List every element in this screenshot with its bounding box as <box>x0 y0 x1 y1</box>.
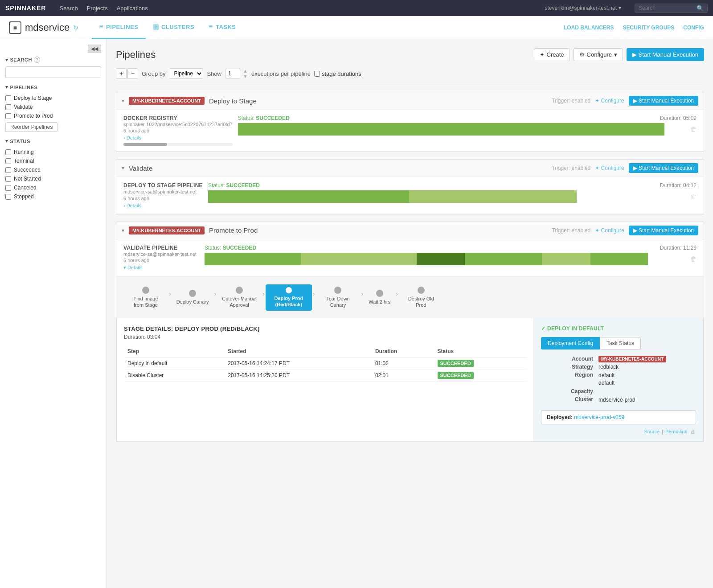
validate-execution: DEPLOY TO STAGE PIPELINE mdservice-sa@sp… <box>116 177 704 214</box>
status-section-title[interactable]: ▾ STATUS <box>5 138 101 144</box>
promote-start-exec-link[interactable]: ▶ Start Manual Execution <box>629 226 698 235</box>
stage-node-destroy[interactable]: Destroy Old Prod <box>399 284 443 311</box>
nav-search[interactable]: Search <box>59 5 78 12</box>
pipeline-filter-validate-checkbox[interactable] <box>5 104 11 110</box>
refresh-icon[interactable]: ↻ <box>73 24 78 31</box>
validate-configure-link[interactable]: ✦ Configure <box>595 165 624 171</box>
tab-deployment-config[interactable]: Deployment Config <box>541 337 600 350</box>
status-succeeded-checkbox[interactable] <box>5 167 11 173</box>
top-search-box[interactable]: 🔍 <box>635 4 708 13</box>
stage-item-deploy-prod: Deploy Prod (Red/Black) › <box>266 284 316 311</box>
status-running-checkbox[interactable] <box>5 149 11 155</box>
search-section-title[interactable]: ▾ SEARCH ? <box>5 57 101 63</box>
status-filter-running[interactable]: Running <box>5 148 101 156</box>
start-manual-execution-button[interactable]: ▶ Start Manual Execution <box>627 48 704 61</box>
stage-item-find-image: Find Image from Stage › <box>123 284 172 311</box>
user-menu[interactable]: stevenkim@spinnaker-test.net ▾ <box>545 5 621 11</box>
pipelines-chevron-icon: ▾ <box>5 84 8 90</box>
deploy-exec-info: DOCKER REGISTRY spinnaker-1022/mdservice… <box>123 115 233 146</box>
status-filter-succeeded[interactable]: Succeeded <box>5 165 101 174</box>
stage-item-wait: Wait 2 hrs › <box>364 287 399 308</box>
configure-button[interactable]: ⚙ Configure ▾ <box>574 48 623 61</box>
nav-applications[interactable]: Applications <box>117 5 148 12</box>
status-filter-not-started[interactable]: Not Started <box>5 174 101 183</box>
promote-status-value: SUCCEEDED <box>223 245 256 251</box>
config-tabs: Deployment Config Task Status <box>541 337 696 350</box>
pipeline-filter-validate[interactable]: Validate <box>5 103 101 111</box>
sidebar-collapse-button[interactable]: ◀◀ <box>88 45 101 53</box>
pipeline-filter-promote-checkbox[interactable] <box>5 113 11 119</box>
create-button[interactable]: ✦ Create <box>534 48 570 61</box>
load-balancers-link[interactable]: LOAD BALANCERS <box>564 25 614 31</box>
nav-tasks[interactable]: ≡ TASKS <box>201 16 243 39</box>
remove-filter-button[interactable]: − <box>127 68 138 79</box>
stage-node-deploy-prod[interactable]: Deploy Prod (Red/Black) <box>266 284 312 311</box>
stage-label-find-image: Find Image from Stage <box>128 296 164 308</box>
deploy-exec-delete-icon[interactable]: 🗑 <box>690 126 697 133</box>
deploy-in-default-title: ✓ DEPLOY IN DEFAULT <box>541 325 696 332</box>
stage-node-wait[interactable]: Wait 2 hrs <box>364 287 395 308</box>
validate-chevron-icon[interactable]: ▾ <box>122 165 124 171</box>
stage-node-deploy-canary[interactable]: Deploy Canary <box>172 287 213 308</box>
pipelines-section-title[interactable]: ▾ PIPELINES <box>5 84 101 90</box>
source-link[interactable]: Source <box>644 429 660 434</box>
printer-icon[interactable]: 🖨 <box>690 429 695 434</box>
deploy-configure-link[interactable]: ✦ Configure <box>595 98 624 104</box>
promote-exec-delete-icon[interactable]: 🗑 <box>690 255 697 263</box>
promote-exec-details-link[interactable]: ▾ Details <box>123 265 199 271</box>
stage-circle-wait <box>376 290 383 297</box>
stage-node-cutover[interactable]: Cutover Manual Approval <box>217 284 262 311</box>
top-search-input[interactable] <box>639 5 697 11</box>
group-by-select[interactable]: Pipeline <box>169 68 203 79</box>
status-not-started-label: Not Started <box>14 176 41 182</box>
add-filter-button[interactable]: + <box>116 68 127 79</box>
pipeline-filter-promote[interactable]: Promote to Prod <box>5 111 101 120</box>
deploy-exec-meta: DOCKER REGISTRY spinnaker-1022/mdservice… <box>123 115 697 146</box>
stage-node-find-image[interactable]: Find Image from Stage <box>123 284 168 311</box>
promote-chevron-icon[interactable]: ▾ <box>122 227 124 234</box>
config-link[interactable]: CONFIG <box>683 25 704 31</box>
promote-exec-bar-row: 🗑 <box>205 253 697 265</box>
stage-durations-checkbox[interactable] <box>314 71 320 77</box>
validate-exec-delete-icon[interactable]: 🗑 <box>690 193 697 200</box>
status-filter-canceled[interactable]: Canceled <box>5 183 101 192</box>
deployed-label: Deployed: <box>547 414 573 420</box>
tasks-icon: ≡ <box>209 23 213 31</box>
nav-clusters[interactable]: ⊞ CLUSTERS <box>146 16 202 39</box>
sidebar-search-input[interactable] <box>5 66 101 78</box>
show-count-input[interactable]: 1 <box>225 69 241 78</box>
nav-pipelines[interactable]: ≡ PIPELINES <box>92 16 145 39</box>
account-label: Account <box>541 356 593 362</box>
pipeline-group-promote: ▾ MY-KUBERNETES-ACCOUNT Promote to Prod … <box>116 222 704 442</box>
stage-node-tear-down[interactable]: Tear Down Canary <box>316 284 360 311</box>
status-stopped-checkbox[interactable] <box>5 194 11 200</box>
reorder-pipelines-button[interactable]: Reorder Pipelines <box>5 122 57 132</box>
security-groups-link[interactable]: SECURITY GROUPS <box>623 25 675 31</box>
status-canceled-checkbox[interactable] <box>5 185 11 191</box>
permalink-link[interactable]: Permalink <box>665 429 687 434</box>
deploy-exec-details-link[interactable]: › Details <box>123 135 233 140</box>
deploy-to-stage-chevron-icon[interactable]: ▾ <box>122 98 124 104</box>
search-section: ▾ SEARCH ? <box>5 57 101 78</box>
pipeline-filter-promote-label: Promote to Prod <box>14 113 53 119</box>
deploy-start-exec-link[interactable]: ▶ Start Manual Execution <box>629 96 698 106</box>
stage-label-wait: Wait 2 hrs <box>369 299 390 305</box>
tab-task-status[interactable]: Task Status <box>600 337 641 350</box>
page-title: Pipelines <box>116 49 534 61</box>
deployed-link[interactable]: mdservice-prod-v059 <box>574 414 624 420</box>
validate-exec-source: mdservice-sa@spinnaker-test.net <box>123 189 203 195</box>
validate-start-exec-link[interactable]: ▶ Start Manual Execution <box>629 163 698 173</box>
status-terminal-checkbox[interactable] <box>5 158 11 164</box>
pipeline-filter-deploy[interactable]: Deploy to Stage <box>5 94 101 103</box>
nav-projects[interactable]: Projects <box>87 5 108 12</box>
table-row: Deploy in default 2017-05-16 14:24:17 PD… <box>124 357 526 369</box>
pipeline-filter-deploy-checkbox[interactable] <box>5 95 11 101</box>
stage-details-duration: Duration: 03:04 <box>124 334 526 340</box>
status-not-started-checkbox[interactable] <box>5 176 11 182</box>
main-layout: ◀◀ ▾ SEARCH ? ▾ PIPELINES Deploy to Stag… <box>0 39 713 588</box>
status-filter-stopped[interactable]: Stopped <box>5 192 101 201</box>
promote-configure-link[interactable]: ✦ Configure <box>595 227 624 234</box>
status-filter-terminal[interactable]: Terminal <box>5 156 101 165</box>
validate-exec-details-link[interactable]: › Details <box>123 203 203 208</box>
plus-icon: ✦ <box>540 51 545 58</box>
